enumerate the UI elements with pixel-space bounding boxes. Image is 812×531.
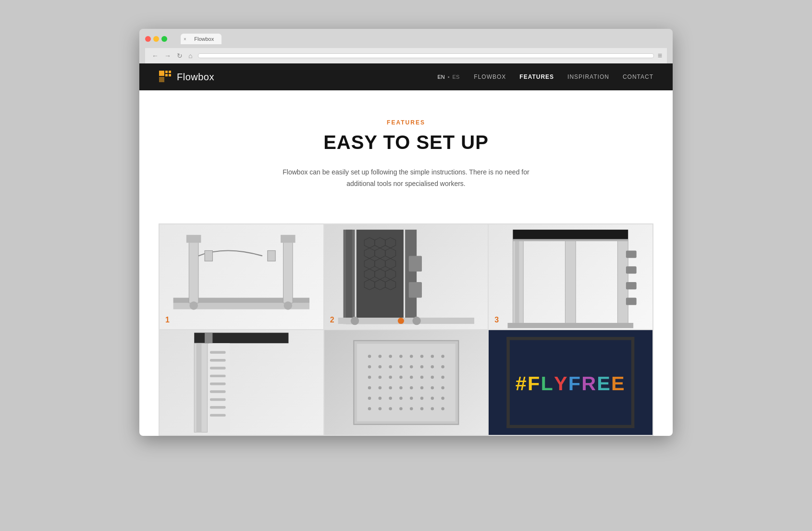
nav-contact[interactable]: CONTACT xyxy=(623,74,653,80)
section-label: FEATURES xyxy=(159,119,653,126)
svg-rect-58 xyxy=(210,359,226,361)
svg-point-106 xyxy=(431,396,434,400)
svg-rect-55 xyxy=(209,343,230,432)
hero-section: FEATURES EASY TO SET UP Flowbox can be e… xyxy=(139,90,673,209)
forward-button[interactable]: → xyxy=(162,51,173,61)
svg-point-107 xyxy=(441,396,444,400)
maximize-button[interactable] xyxy=(161,36,167,42)
image-grid: 1 xyxy=(159,223,653,436)
svg-point-83 xyxy=(441,365,444,369)
svg-rect-64 xyxy=(210,406,226,408)
svg-point-80 xyxy=(410,365,413,369)
grid-cell-2: 2 xyxy=(324,224,489,330)
svg-point-85 xyxy=(378,375,381,379)
svg-point-78 xyxy=(389,365,392,369)
cell-3-number: 3 xyxy=(494,316,499,324)
lang-en[interactable]: EN xyxy=(437,74,444,80)
svg-rect-15 xyxy=(268,250,275,261)
cell-1-number: 1 xyxy=(165,316,170,324)
svg-rect-8 xyxy=(189,240,198,303)
svg-point-94 xyxy=(389,386,392,389)
hero-title: EASY TO SET UP xyxy=(159,132,653,153)
svg-rect-36 xyxy=(408,282,421,297)
nav-features[interactable]: FEATURES xyxy=(519,74,554,80)
svg-rect-18 xyxy=(356,229,403,323)
svg-rect-14 xyxy=(205,250,212,261)
svg-point-68 xyxy=(368,355,371,358)
back-button[interactable]: ← xyxy=(150,51,160,61)
svg-rect-10 xyxy=(283,240,293,303)
svg-rect-51 xyxy=(508,323,634,328)
svg-point-101 xyxy=(378,396,381,400)
svg-rect-50 xyxy=(513,239,628,241)
close-button[interactable] xyxy=(145,36,151,42)
svg-rect-11 xyxy=(281,235,295,242)
svg-point-114 xyxy=(431,407,434,410)
svg-point-71 xyxy=(399,355,403,358)
svg-point-108 xyxy=(368,407,371,410)
svg-rect-63 xyxy=(210,398,226,400)
svg-point-115 xyxy=(441,407,444,410)
svg-point-12 xyxy=(189,301,197,309)
svg-point-111 xyxy=(399,407,403,410)
cell-4-svg xyxy=(160,330,323,435)
lang-es[interactable]: ES xyxy=(453,74,460,80)
svg-rect-43 xyxy=(515,240,519,323)
svg-rect-41 xyxy=(513,229,628,240)
refresh-button[interactable]: ↻ xyxy=(175,51,185,61)
svg-rect-118 xyxy=(507,425,635,428)
svg-rect-59 xyxy=(210,367,226,369)
nav-flowbox[interactable]: FLOWBOX xyxy=(474,74,506,80)
tab-title: Flowbox xyxy=(194,36,214,42)
svg-point-72 xyxy=(410,355,413,358)
svg-rect-119 xyxy=(507,337,510,428)
cell-1-svg xyxy=(160,224,323,329)
tab-bar: × Flowbox xyxy=(181,34,221,44)
minimize-button[interactable] xyxy=(153,36,159,42)
logo-text: Flowbox xyxy=(177,72,214,83)
svg-point-86 xyxy=(389,375,392,379)
browser-toolbar: ← → ↻ ⌂ ≡ xyxy=(145,48,667,63)
svg-rect-60 xyxy=(210,374,226,377)
svg-point-91 xyxy=(441,375,444,379)
nav-inspiration[interactable]: INSPIRATION xyxy=(567,74,609,80)
svg-point-87 xyxy=(399,375,403,379)
home-button[interactable]: ⌂ xyxy=(186,51,194,61)
browser-chrome: × Flowbox ← → ↻ ⌂ ≡ xyxy=(139,29,673,63)
svg-rect-46 xyxy=(626,250,637,258)
svg-rect-120 xyxy=(631,337,635,428)
hero-description: Flowbox can be easily set up following t… xyxy=(271,167,541,190)
svg-rect-67 xyxy=(357,344,455,421)
browser-tab[interactable]: × Flowbox xyxy=(181,34,221,44)
tab-close-icon[interactable]: × xyxy=(184,37,186,42)
title-bar: × Flowbox xyxy=(145,34,667,44)
svg-rect-65 xyxy=(210,414,226,416)
svg-rect-54 xyxy=(197,343,202,432)
site-nav: Flowbox EN • ES FLOWBOX FEATURES INSPIRA… xyxy=(139,63,673,90)
svg-point-105 xyxy=(420,396,423,400)
svg-point-92 xyxy=(368,386,371,389)
website-content: Flowbox EN • ES FLOWBOX FEATURES INSPIRA… xyxy=(139,63,673,436)
browser-menu-icon[interactable]: ≡ xyxy=(658,51,662,60)
logo[interactable]: Flowbox xyxy=(159,70,214,84)
svg-point-98 xyxy=(431,386,434,389)
svg-rect-57 xyxy=(210,351,226,353)
traffic-lights xyxy=(145,36,167,42)
svg-rect-61 xyxy=(210,383,226,385)
cell-5-svg xyxy=(324,330,488,435)
svg-point-88 xyxy=(410,375,413,379)
svg-point-39 xyxy=(412,316,420,324)
svg-point-103 xyxy=(399,396,403,400)
nav-right: EN • ES FLOWBOX FEATURES INSPIRATION CON… xyxy=(437,74,653,80)
svg-point-82 xyxy=(431,365,434,369)
svg-rect-35 xyxy=(408,256,421,272)
cell-2-svg xyxy=(324,224,488,329)
svg-rect-56 xyxy=(205,333,212,343)
svg-point-69 xyxy=(378,355,381,358)
svg-point-40 xyxy=(398,318,404,324)
svg-rect-49 xyxy=(626,297,637,305)
svg-rect-34 xyxy=(405,229,417,323)
svg-point-97 xyxy=(420,386,423,389)
address-bar[interactable] xyxy=(198,53,653,58)
svg-point-70 xyxy=(389,355,392,358)
